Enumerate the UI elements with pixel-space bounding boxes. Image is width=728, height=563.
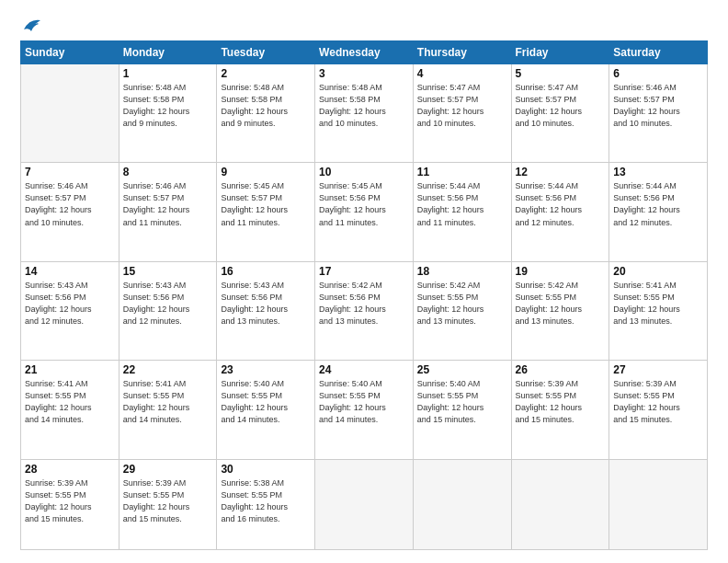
calendar-cell: 7Sunrise: 5:46 AM Sunset: 5:57 PM Daylig…	[21, 163, 119, 261]
day-number: 19	[516, 265, 606, 278]
day-number: 5	[516, 67, 606, 80]
day-info: Sunrise: 5:48 AM Sunset: 5:58 PM Dayligh…	[221, 82, 311, 130]
day-number: 17	[319, 265, 409, 278]
day-number: 2	[221, 67, 311, 80]
calendar-cell: 20Sunrise: 5:41 AM Sunset: 5:55 PM Dayli…	[609, 261, 708, 360]
day-info: Sunrise: 5:38 AM Sunset: 5:55 PM Dayligh…	[221, 477, 311, 525]
day-info: Sunrise: 5:39 AM Sunset: 5:55 PM Dayligh…	[613, 378, 703, 426]
day-info: Sunrise: 5:42 AM Sunset: 5:56 PM Dayligh…	[319, 280, 409, 327]
day-info: Sunrise: 5:43 AM Sunset: 5:56 PM Dayligh…	[221, 280, 311, 327]
calendar-cell	[511, 459, 609, 550]
calendar-cell: 6Sunrise: 5:46 AM Sunset: 5:57 PM Daylig…	[609, 64, 708, 163]
logo	[20, 17, 44, 33]
weekday-header-sunday: Sunday	[21, 41, 119, 64]
day-info: Sunrise: 5:46 AM Sunset: 5:57 PM Dayligh…	[613, 82, 703, 130]
weekday-header-saturday: Saturday	[609, 41, 708, 64]
calendar-cell: 30Sunrise: 5:38 AM Sunset: 5:55 PM Dayli…	[217, 459, 315, 550]
calendar-cell	[413, 459, 511, 550]
day-number: 6	[613, 67, 703, 80]
day-number: 27	[613, 363, 703, 376]
calendar-cell: 21Sunrise: 5:41 AM Sunset: 5:55 PM Dayli…	[21, 361, 119, 459]
calendar-cell: 22Sunrise: 5:41 AM Sunset: 5:55 PM Dayli…	[119, 361, 217, 459]
day-info: Sunrise: 5:48 AM Sunset: 5:58 PM Dayligh…	[319, 82, 409, 130]
calendar-cell: 17Sunrise: 5:42 AM Sunset: 5:56 PM Dayli…	[315, 261, 414, 360]
day-info: Sunrise: 5:40 AM Sunset: 5:55 PM Dayligh…	[319, 378, 409, 426]
weekday-header-tuesday: Tuesday	[217, 41, 315, 64]
day-info: Sunrise: 5:47 AM Sunset: 5:57 PM Dayligh…	[417, 82, 507, 130]
day-number: 13	[613, 166, 703, 178]
day-info: Sunrise: 5:43 AM Sunset: 5:56 PM Dayligh…	[123, 280, 213, 327]
day-number: 11	[417, 166, 507, 178]
day-info: Sunrise: 5:48 AM Sunset: 5:58 PM Dayligh…	[123, 82, 213, 130]
day-number: 14	[25, 265, 115, 278]
weekday-header-row: SundayMondayTuesdayWednesdayThursdayFrid…	[21, 41, 708, 64]
day-info: Sunrise: 5:45 AM Sunset: 5:56 PM Dayligh…	[319, 180, 409, 228]
calendar-cell: 1Sunrise: 5:48 AM Sunset: 5:58 PM Daylig…	[119, 64, 217, 163]
calendar-cell: 29Sunrise: 5:39 AM Sunset: 5:55 PM Dayli…	[119, 459, 217, 550]
day-info: Sunrise: 5:39 AM Sunset: 5:55 PM Dayligh…	[25, 477, 115, 525]
day-info: Sunrise: 5:44 AM Sunset: 5:56 PM Dayligh…	[417, 180, 507, 228]
day-info: Sunrise: 5:41 AM Sunset: 5:55 PM Dayligh…	[25, 378, 115, 426]
calendar-table: SundayMondayTuesdayWednesdayThursdayFrid…	[20, 40, 708, 550]
day-number: 24	[319, 363, 409, 376]
calendar-week-row: 21Sunrise: 5:41 AM Sunset: 5:55 PM Dayli…	[21, 361, 708, 459]
calendar-cell: 26Sunrise: 5:39 AM Sunset: 5:55 PM Dayli…	[511, 361, 609, 459]
day-number: 12	[516, 166, 606, 178]
page: SundayMondayTuesdayWednesdayThursdayFrid…	[0, 0, 728, 563]
calendar-cell	[21, 64, 119, 163]
calendar-cell: 14Sunrise: 5:43 AM Sunset: 5:56 PM Dayli…	[21, 261, 119, 360]
day-number: 1	[123, 67, 213, 80]
day-number: 4	[417, 67, 507, 80]
calendar-cell: 3Sunrise: 5:48 AM Sunset: 5:58 PM Daylig…	[315, 64, 414, 163]
calendar-cell	[609, 459, 708, 550]
day-info: Sunrise: 5:41 AM Sunset: 5:55 PM Dayligh…	[613, 280, 703, 327]
calendar-cell: 10Sunrise: 5:45 AM Sunset: 5:56 PM Dayli…	[315, 163, 414, 261]
calendar-cell: 19Sunrise: 5:42 AM Sunset: 5:55 PM Dayli…	[511, 261, 609, 360]
calendar-cell: 16Sunrise: 5:43 AM Sunset: 5:56 PM Dayli…	[217, 261, 315, 360]
calendar-cell: 8Sunrise: 5:46 AM Sunset: 5:57 PM Daylig…	[119, 163, 217, 261]
calendar-cell: 15Sunrise: 5:43 AM Sunset: 5:56 PM Dayli…	[119, 261, 217, 360]
weekday-header-monday: Monday	[119, 41, 217, 64]
calendar-cell: 27Sunrise: 5:39 AM Sunset: 5:55 PM Dayli…	[609, 361, 708, 459]
calendar-cell: 28Sunrise: 5:39 AM Sunset: 5:55 PM Dayli…	[21, 459, 119, 550]
day-number: 25	[417, 363, 507, 376]
day-number: 16	[221, 265, 311, 278]
calendar-cell: 9Sunrise: 5:45 AM Sunset: 5:57 PM Daylig…	[217, 163, 315, 261]
day-number: 18	[417, 265, 507, 278]
calendar-cell: 2Sunrise: 5:48 AM Sunset: 5:58 PM Daylig…	[217, 64, 315, 163]
day-info: Sunrise: 5:46 AM Sunset: 5:57 PM Dayligh…	[25, 180, 115, 228]
day-number: 20	[613, 265, 703, 278]
day-number: 7	[25, 166, 115, 178]
day-number: 29	[123, 463, 213, 476]
calendar-cell: 4Sunrise: 5:47 AM Sunset: 5:57 PM Daylig…	[413, 64, 511, 163]
calendar-cell: 23Sunrise: 5:40 AM Sunset: 5:55 PM Dayli…	[217, 361, 315, 459]
calendar-cell	[315, 459, 414, 550]
day-number: 26	[516, 363, 606, 376]
day-number: 8	[123, 166, 213, 178]
day-number: 21	[25, 363, 115, 376]
day-number: 3	[319, 67, 409, 80]
calendar-cell: 11Sunrise: 5:44 AM Sunset: 5:56 PM Dayli…	[413, 163, 511, 261]
day-info: Sunrise: 5:47 AM Sunset: 5:57 PM Dayligh…	[516, 82, 606, 130]
day-number: 22	[123, 363, 213, 376]
day-number: 28	[25, 463, 115, 476]
day-info: Sunrise: 5:41 AM Sunset: 5:55 PM Dayligh…	[123, 378, 213, 426]
day-number: 9	[221, 166, 311, 178]
calendar-cell: 18Sunrise: 5:42 AM Sunset: 5:55 PM Dayli…	[413, 261, 511, 360]
day-info: Sunrise: 5:42 AM Sunset: 5:55 PM Dayligh…	[417, 280, 507, 327]
day-info: Sunrise: 5:45 AM Sunset: 5:57 PM Dayligh…	[221, 180, 311, 228]
calendar-cell: 5Sunrise: 5:47 AM Sunset: 5:57 PM Daylig…	[511, 64, 609, 163]
logo-bird-icon	[22, 17, 42, 33]
calendar-cell: 12Sunrise: 5:44 AM Sunset: 5:56 PM Dayli…	[511, 163, 609, 261]
weekday-header-friday: Friday	[511, 41, 609, 64]
day-info: Sunrise: 5:44 AM Sunset: 5:56 PM Dayligh…	[613, 180, 703, 228]
day-info: Sunrise: 5:43 AM Sunset: 5:56 PM Dayligh…	[25, 280, 115, 327]
day-info: Sunrise: 5:39 AM Sunset: 5:55 PM Dayligh…	[516, 378, 606, 426]
day-number: 23	[221, 363, 311, 376]
calendar-week-row: 28Sunrise: 5:39 AM Sunset: 5:55 PM Dayli…	[21, 459, 708, 550]
weekday-header-thursday: Thursday	[413, 41, 511, 64]
day-number: 30	[221, 463, 311, 476]
day-info: Sunrise: 5:44 AM Sunset: 5:56 PM Dayligh…	[516, 180, 606, 228]
calendar-cell: 13Sunrise: 5:44 AM Sunset: 5:56 PM Dayli…	[609, 163, 708, 261]
calendar-week-row: 14Sunrise: 5:43 AM Sunset: 5:56 PM Dayli…	[21, 261, 708, 360]
